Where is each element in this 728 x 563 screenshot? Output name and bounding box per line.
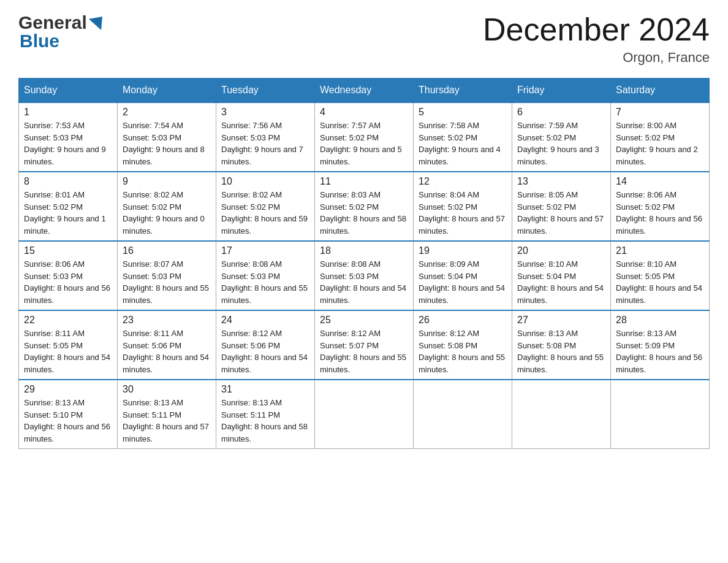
day-info: Sunrise: 7:57 AMSunset: 5:02 PMDaylight:… bbox=[320, 120, 408, 167]
day-info: Sunrise: 8:12 AMSunset: 5:07 PMDaylight:… bbox=[320, 327, 408, 375]
day-number: 21 bbox=[616, 245, 704, 256]
calendar-cell: 26Sunrise: 8:12 AMSunset: 5:08 PMDayligh… bbox=[414, 310, 512, 380]
calendar-cell bbox=[611, 380, 710, 449]
day-info: Sunrise: 8:13 AMSunset: 5:11 PMDaylight:… bbox=[123, 397, 211, 445]
day-info: Sunrise: 7:53 AMSunset: 5:03 PMDaylight:… bbox=[24, 120, 112, 167]
title-section: December 2024 Orgon, France bbox=[483, 12, 710, 66]
calendar-cell: 27Sunrise: 8:13 AMSunset: 5:08 PMDayligh… bbox=[512, 310, 611, 380]
day-info: Sunrise: 8:11 AMSunset: 5:05 PMDaylight:… bbox=[24, 327, 112, 375]
day-number: 18 bbox=[320, 245, 408, 256]
day-info: Sunrise: 8:12 AMSunset: 5:08 PMDaylight:… bbox=[419, 327, 507, 375]
calendar-cell: 11Sunrise: 8:03 AMSunset: 5:02 PMDayligh… bbox=[315, 172, 414, 241]
day-info: Sunrise: 8:09 AMSunset: 5:04 PMDaylight:… bbox=[419, 258, 507, 306]
calendar-cell: 17Sunrise: 8:08 AMSunset: 5:03 PMDayligh… bbox=[216, 241, 315, 310]
day-info: Sunrise: 8:08 AMSunset: 5:03 PMDaylight:… bbox=[320, 258, 408, 306]
day-number: 28 bbox=[616, 315, 704, 326]
calendar-cell: 20Sunrise: 8:10 AMSunset: 5:04 PMDayligh… bbox=[512, 241, 611, 310]
calendar-cell bbox=[512, 380, 611, 449]
day-info: Sunrise: 7:56 AMSunset: 5:03 PMDaylight:… bbox=[221, 120, 309, 167]
calendar-cell: 25Sunrise: 8:12 AMSunset: 5:07 PMDayligh… bbox=[315, 310, 414, 380]
calendar-cell: 30Sunrise: 8:13 AMSunset: 5:11 PMDayligh… bbox=[118, 380, 216, 449]
logo-triangle-icon bbox=[89, 17, 102, 30]
day-info: Sunrise: 8:04 AMSunset: 5:02 PMDaylight:… bbox=[419, 189, 507, 237]
day-info: Sunrise: 8:11 AMSunset: 5:06 PMDaylight:… bbox=[123, 327, 211, 375]
month-title: December 2024 bbox=[483, 12, 710, 47]
day-info: Sunrise: 7:54 AMSunset: 5:03 PMDaylight:… bbox=[123, 120, 211, 167]
calendar-cell: 4Sunrise: 7:57 AMSunset: 5:02 PMDaylight… bbox=[315, 102, 414, 172]
calendar-cell: 18Sunrise: 8:08 AMSunset: 5:03 PMDayligh… bbox=[315, 241, 414, 310]
logo-blue-text: Blue bbox=[20, 31, 59, 52]
calendar-week-row: 29Sunrise: 8:13 AMSunset: 5:10 PMDayligh… bbox=[19, 380, 710, 449]
col-monday: Monday bbox=[118, 79, 216, 103]
page-header: General Blue December 2024 Orgon, France bbox=[18, 12, 710, 66]
day-number: 4 bbox=[320, 107, 408, 118]
calendar-cell: 10Sunrise: 8:02 AMSunset: 5:02 PMDayligh… bbox=[216, 172, 315, 241]
day-info: Sunrise: 8:01 AMSunset: 5:02 PMDaylight:… bbox=[24, 189, 112, 237]
day-info: Sunrise: 8:08 AMSunset: 5:03 PMDaylight:… bbox=[221, 258, 309, 306]
day-info: Sunrise: 8:06 AMSunset: 5:02 PMDaylight:… bbox=[616, 189, 704, 237]
header-row: Sunday Monday Tuesday Wednesday Thursday… bbox=[19, 79, 710, 103]
day-number: 1 bbox=[24, 107, 112, 118]
calendar-cell: 23Sunrise: 8:11 AMSunset: 5:06 PMDayligh… bbox=[118, 310, 216, 380]
calendar-cell bbox=[315, 380, 414, 449]
calendar-week-row: 8Sunrise: 8:01 AMSunset: 5:02 PMDaylight… bbox=[19, 172, 710, 241]
location-subtitle: Orgon, France bbox=[483, 50, 710, 66]
logo-general-text: General bbox=[18, 12, 87, 33]
day-info: Sunrise: 8:05 AMSunset: 5:02 PMDaylight:… bbox=[517, 189, 605, 237]
calendar-cell: 15Sunrise: 8:06 AMSunset: 5:03 PMDayligh… bbox=[19, 241, 118, 310]
calendar-week-row: 22Sunrise: 8:11 AMSunset: 5:05 PMDayligh… bbox=[19, 310, 710, 380]
day-info: Sunrise: 8:06 AMSunset: 5:03 PMDaylight:… bbox=[24, 258, 112, 306]
calendar-cell: 7Sunrise: 8:00 AMSunset: 5:02 PMDaylight… bbox=[611, 102, 710, 172]
day-number: 16 bbox=[123, 245, 211, 256]
calendar-cell: 3Sunrise: 7:56 AMSunset: 5:03 PMDaylight… bbox=[216, 102, 315, 172]
day-number: 22 bbox=[24, 315, 112, 326]
day-number: 23 bbox=[123, 315, 211, 326]
calendar-cell: 12Sunrise: 8:04 AMSunset: 5:02 PMDayligh… bbox=[414, 172, 512, 241]
day-number: 15 bbox=[24, 245, 112, 256]
day-info: Sunrise: 8:07 AMSunset: 5:03 PMDaylight:… bbox=[123, 258, 211, 306]
day-number: 10 bbox=[221, 176, 309, 187]
day-info: Sunrise: 8:10 AMSunset: 5:05 PMDaylight:… bbox=[616, 258, 704, 306]
day-number: 25 bbox=[320, 315, 408, 326]
day-info: Sunrise: 8:03 AMSunset: 5:02 PMDaylight:… bbox=[320, 189, 408, 237]
col-thursday: Thursday bbox=[414, 79, 512, 103]
day-info: Sunrise: 8:00 AMSunset: 5:02 PMDaylight:… bbox=[616, 120, 704, 167]
day-info: Sunrise: 8:13 AMSunset: 5:11 PMDaylight:… bbox=[221, 397, 309, 445]
calendar-week-row: 1Sunrise: 7:53 AMSunset: 5:03 PMDaylight… bbox=[19, 102, 710, 172]
day-info: Sunrise: 8:13 AMSunset: 5:10 PMDaylight:… bbox=[24, 397, 112, 445]
day-number: 9 bbox=[123, 176, 211, 187]
day-number: 5 bbox=[419, 107, 507, 118]
day-number: 11 bbox=[320, 176, 408, 187]
day-number: 29 bbox=[24, 384, 112, 395]
col-sunday: Sunday bbox=[19, 79, 118, 103]
day-number: 6 bbox=[517, 107, 605, 118]
day-number: 20 bbox=[517, 245, 605, 256]
col-saturday: Saturday bbox=[611, 79, 710, 103]
calendar-week-row: 15Sunrise: 8:06 AMSunset: 5:03 PMDayligh… bbox=[19, 241, 710, 310]
day-info: Sunrise: 8:10 AMSunset: 5:04 PMDaylight:… bbox=[517, 258, 605, 306]
calendar-cell: 8Sunrise: 8:01 AMSunset: 5:02 PMDaylight… bbox=[19, 172, 118, 241]
calendar-table: Sunday Monday Tuesday Wednesday Thursday… bbox=[18, 78, 710, 449]
day-number: 3 bbox=[221, 107, 309, 118]
day-number: 19 bbox=[419, 245, 507, 256]
day-info: Sunrise: 8:02 AMSunset: 5:02 PMDaylight:… bbox=[123, 189, 211, 237]
calendar-cell: 28Sunrise: 8:13 AMSunset: 5:09 PMDayligh… bbox=[611, 310, 710, 380]
calendar-cell: 6Sunrise: 7:59 AMSunset: 5:02 PMDaylight… bbox=[512, 102, 611, 172]
day-number: 12 bbox=[419, 176, 507, 187]
day-info: Sunrise: 8:13 AMSunset: 5:09 PMDaylight:… bbox=[616, 327, 704, 375]
col-wednesday: Wednesday bbox=[315, 79, 414, 103]
calendar-cell: 19Sunrise: 8:09 AMSunset: 5:04 PMDayligh… bbox=[414, 241, 512, 310]
day-info: Sunrise: 8:02 AMSunset: 5:02 PMDaylight:… bbox=[221, 189, 309, 237]
calendar-cell: 31Sunrise: 8:13 AMSunset: 5:11 PMDayligh… bbox=[216, 380, 315, 449]
day-number: 27 bbox=[517, 315, 605, 326]
logo: General Blue bbox=[18, 12, 102, 52]
day-info: Sunrise: 7:58 AMSunset: 5:02 PMDaylight:… bbox=[419, 120, 507, 167]
col-tuesday: Tuesday bbox=[216, 79, 315, 103]
calendar-cell: 21Sunrise: 8:10 AMSunset: 5:05 PMDayligh… bbox=[611, 241, 710, 310]
day-number: 14 bbox=[616, 176, 704, 187]
calendar-cell: 16Sunrise: 8:07 AMSunset: 5:03 PMDayligh… bbox=[118, 241, 216, 310]
day-number: 24 bbox=[221, 315, 309, 326]
day-number: 13 bbox=[517, 176, 605, 187]
day-number: 30 bbox=[123, 384, 211, 395]
calendar-cell: 14Sunrise: 8:06 AMSunset: 5:02 PMDayligh… bbox=[611, 172, 710, 241]
